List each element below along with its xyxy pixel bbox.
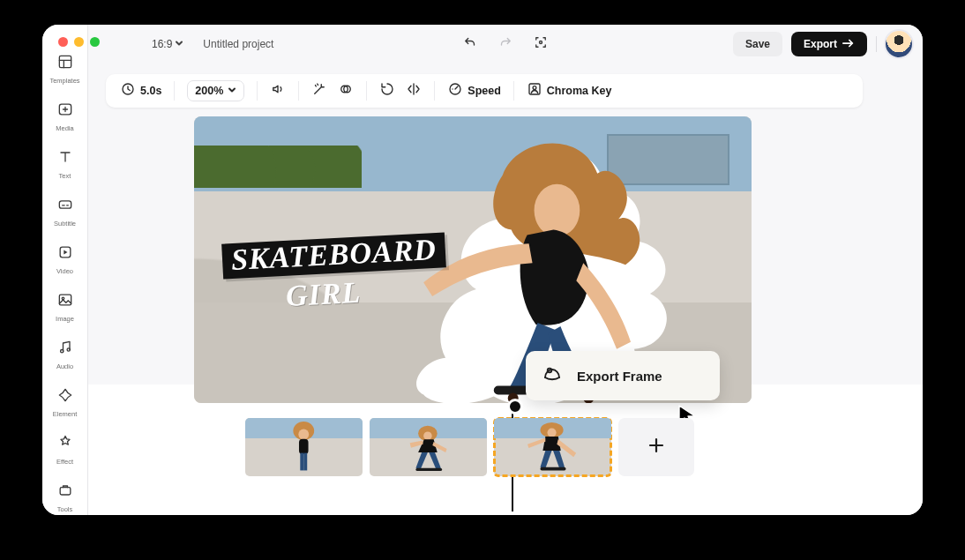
tools-icon — [56, 482, 74, 503]
undo-button[interactable] — [461, 35, 479, 53]
export-frame-icon — [542, 363, 563, 388]
subtitle-icon — [56, 196, 74, 217]
gauge-icon — [447, 81, 463, 101]
timeline — [245, 418, 694, 476]
rotate-button[interactable] — [374, 74, 400, 108]
divider — [434, 81, 435, 101]
canvas-title-overlay[interactable]: SKATEBOARD GIRL — [222, 238, 452, 310]
clip-toolbar: 5.0s 200% — [106, 74, 863, 108]
focus-button[interactable] — [532, 35, 550, 53]
export-button-label: Export — [804, 38, 837, 50]
audio-icon — [56, 339, 74, 360]
zoom-value: 200% — [195, 85, 223, 97]
svg-rect-24 — [301, 453, 304, 471]
left-sidebar: Templates Media Text Subtitle — [42, 25, 88, 515]
sidebar-item-label: Templates — [49, 77, 79, 85]
divider — [298, 81, 299, 101]
aspect-ratio-value: 16:9 — [152, 38, 172, 50]
svg-rect-23 — [299, 439, 309, 454]
sidebar-item-label: Text — [59, 172, 71, 180]
svg-rect-2 — [59, 201, 71, 208]
top-header: 16:9 Untitled project Save Exp — [88, 25, 923, 63]
sidebar-item-label: Video — [56, 267, 73, 275]
maximize-window-dot[interactable] — [90, 37, 100, 47]
media-icon — [56, 101, 74, 122]
svg-rect-25 — [303, 453, 307, 471]
redo-button[interactable] — [497, 35, 514, 53]
duration-value: 5.0s — [140, 85, 161, 97]
user-avatar[interactable] — [886, 31, 912, 57]
divider — [366, 81, 367, 101]
sidebar-item-label: Audio — [56, 362, 73, 370]
clock-icon — [120, 81, 136, 101]
aspect-ratio-selector[interactable]: 16:9 — [152, 38, 183, 50]
sidebar-item-label: Tools — [57, 505, 73, 513]
sidebar-item-image[interactable]: Image — [42, 286, 87, 328]
magic-wand-icon — [311, 81, 327, 101]
volume-button[interactable] — [265, 74, 291, 108]
focus-icon — [533, 34, 549, 54]
timeline-clip[interactable] — [245, 418, 363, 476]
sidebar-item-subtitle[interactable]: Subtitle — [42, 190, 87, 233]
sidebar-item-tools[interactable]: Tools — [42, 476, 87, 515]
window-controls — [58, 37, 100, 47]
timeline-clip[interactable] — [370, 418, 487, 476]
sidebar-item-video[interactable]: Video — [42, 238, 87, 280]
templates-icon — [56, 53, 74, 74]
speed-button[interactable]: Speed — [442, 74, 506, 108]
duration-button[interactable]: 5.0s — [115, 74, 167, 108]
save-button[interactable]: Save — [733, 32, 782, 56]
context-menu-export-frame[interactable]: Export Frame — [526, 351, 720, 400]
timeline-clip[interactable] — [494, 418, 611, 476]
sidebar-item-label: Subtitle — [54, 220, 76, 228]
svg-point-6 — [60, 350, 63, 353]
svg-rect-0 — [59, 56, 71, 67]
plus-icon — [648, 437, 664, 457]
speed-label: Speed — [468, 85, 501, 97]
redo-icon — [497, 34, 513, 54]
svg-point-30 — [547, 429, 556, 437]
venn-icon — [338, 81, 354, 101]
image-icon — [56, 291, 74, 312]
divider — [174, 81, 175, 101]
sidebar-item-templates[interactable]: Templates — [42, 48, 87, 90]
color-filter-button[interactable] — [333, 74, 359, 108]
svg-rect-4 — [59, 295, 71, 305]
sidebar-item-label: Media — [56, 124, 73, 132]
divider — [257, 81, 258, 101]
svg-point-22 — [299, 429, 310, 440]
sidebar-item-label: Effect — [56, 458, 73, 466]
element-icon — [56, 386, 74, 407]
sidebar-item-element[interactable]: Element — [42, 381, 87, 423]
sidebar-item-label: Element — [53, 410, 78, 418]
svg-rect-8 — [60, 488, 71, 495]
svg-rect-28 — [415, 468, 442, 471]
text-icon — [56, 148, 74, 169]
minimize-window-dot[interactable] — [74, 37, 84, 47]
close-window-dot[interactable] — [58, 37, 68, 47]
undo-icon — [462, 34, 478, 54]
context-menu-label: Export Frame — [577, 369, 662, 384]
rotate-ccw-icon — [379, 81, 395, 101]
add-clip-button[interactable] — [618, 418, 694, 476]
chroma-key-button[interactable]: Chroma Key — [521, 74, 617, 108]
canvas-title-line2: GIRL — [221, 271, 453, 317]
export-button[interactable]: Export — [791, 32, 867, 56]
divider — [876, 36, 877, 52]
person-frame-icon — [527, 81, 542, 101]
sidebar-item-text[interactable]: Text — [42, 143, 87, 185]
sidebar-item-audio[interactable]: Audio — [42, 333, 87, 376]
video-icon — [56, 243, 74, 265]
flip-button[interactable] — [400, 74, 427, 108]
sidebar-item-effect[interactable]: Effect — [42, 429, 87, 471]
volume-icon — [270, 81, 286, 101]
project-title[interactable]: Untitled project — [203, 38, 273, 50]
zoom-selector[interactable]: 200% — [182, 74, 250, 108]
effect-icon — [56, 434, 74, 455]
svg-point-16 — [534, 183, 580, 236]
svg-point-7 — [67, 348, 70, 351]
chevron-down-icon — [228, 85, 236, 97]
divider — [513, 81, 514, 101]
sidebar-item-media[interactable]: Media — [42, 95, 87, 138]
enhance-button[interactable] — [306, 74, 333, 108]
